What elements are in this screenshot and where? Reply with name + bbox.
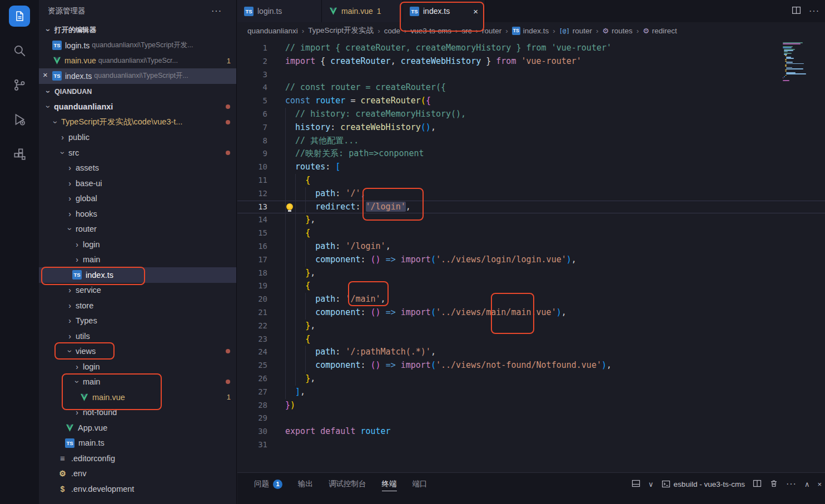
split-terminal-icon[interactable]: [753, 479, 762, 490]
close-icon[interactable]: ×: [473, 7, 478, 16]
tree-item[interactable]: ›login: [39, 359, 236, 375]
tree-item[interactable]: ›public: [39, 130, 236, 146]
explorer-icon[interactable]: [9, 6, 30, 27]
tree-item[interactable]: ›utils: [39, 328, 236, 344]
tree-item[interactable]: TSindex.ts: [39, 267, 236, 283]
code-line[interactable]: 23 {: [237, 333, 825, 346]
code-line[interactable]: 27 ],: [237, 386, 825, 399]
code-line[interactable]: 13 redirect: '/login',: [237, 201, 825, 214]
tree-item[interactable]: ›views: [39, 344, 236, 360]
panel-tab-problems[interactable]: 问题1: [254, 473, 282, 495]
code-line[interactable]: 3: [237, 68, 825, 82]
chevron-down-icon[interactable]: ∨: [648, 480, 654, 488]
sidebar-more-actions-icon[interactable]: ···: [211, 6, 222, 16]
code-line[interactable]: 21 component: () => import('../views/mai…: [237, 306, 825, 320]
tree-item[interactable]: ›service: [39, 283, 236, 298]
maximize-panel-icon[interactable]: ∧: [804, 480, 810, 488]
split-editor-icon[interactable]: [792, 6, 801, 17]
panel-tab-terminal[interactable]: 终端: [382, 473, 397, 495]
terminal-instance[interactable]: esbuild - vue3-ts-cms: [662, 480, 745, 488]
code-line[interactable]: 8 // 其他配置...: [237, 134, 825, 148]
tree-item[interactable]: ›router: [39, 222, 236, 237]
open-editor-item[interactable]: TSlogin.tsquanduanlianxi\TypeScript开发...: [39, 38, 236, 53]
tree-item[interactable]: ›TypeScript开发实战\code\vue3-t...: [39, 114, 236, 130]
code-line[interactable]: 12 path: '/',: [237, 187, 825, 201]
tree-item[interactable]: main.vue1: [39, 390, 236, 405]
code-line[interactable]: 29: [237, 412, 825, 425]
code-line[interactable]: 1// import { createRouter, createMemoryH…: [237, 42, 825, 55]
code-line[interactable]: 11 {: [237, 174, 825, 187]
tab-index.ts[interactable]: TSindex.ts×: [403, 0, 485, 22]
code-line[interactable]: 28}): [237, 399, 825, 412]
code-line[interactable]: 4// const router = createRouter({: [237, 81, 825, 94]
code-line[interactable]: 9 //映射关系: path=>conponent: [237, 147, 825, 161]
breadcrumb-item[interactable]: [@]router: [559, 27, 592, 35]
open-editors-header[interactable]: › 打开的编辑器: [39, 22, 236, 38]
panel-layout-icon[interactable]: [632, 479, 640, 490]
tree-item[interactable]: ›login: [39, 237, 236, 252]
code-line[interactable]: 19 {: [237, 280, 825, 293]
tree-item[interactable]: ›store: [39, 298, 236, 313]
source-control-icon[interactable]: [9, 74, 30, 96]
tree-item[interactable]: App.vue: [39, 420, 236, 436]
tree-item[interactable]: ›main: [39, 252, 236, 268]
extensions-icon[interactable]: [9, 143, 30, 164]
close-panel-icon[interactable]: ×: [817, 480, 822, 488]
panel-tab-debug-console[interactable]: 调试控制台: [329, 473, 366, 495]
run-debug-icon[interactable]: [9, 109, 30, 130]
breadcrumb-item[interactable]: ⚙redirect: [643, 27, 677, 35]
kill-terminal-icon[interactable]: [769, 479, 778, 490]
panel-more-actions-icon[interactable]: ···: [786, 479, 797, 489]
tree-item[interactable]: ›quanduanlianxi: [39, 99, 236, 115]
tree-item[interactable]: TSmain.ts: [39, 436, 236, 451]
code-line[interactable]: 5const router = createRouter({: [237, 94, 825, 108]
minimap[interactable]: [782, 40, 818, 84]
breadcrumb-item[interactable]: ⚙routes: [602, 27, 632, 35]
close-icon[interactable]: ×: [43, 70, 48, 79]
code-line[interactable]: 17 component: () => import('../views/log…: [237, 253, 825, 267]
code-line[interactable]: 16 path: '/login',: [237, 240, 825, 253]
code-line[interactable]: 14 },: [237, 213, 825, 227]
tree-item[interactable]: $.env.development: [39, 481, 236, 497]
panel-tab-output[interactable]: 输出: [298, 473, 313, 495]
tab-main.vue[interactable]: main.vue1: [322, 0, 403, 22]
tree-item[interactable]: ›global: [39, 191, 236, 207]
code-editor[interactable]: 1// import { createRouter, createMemoryH…: [237, 39, 825, 472]
code-line[interactable]: 7 history: createWebHistory(),: [237, 121, 825, 134]
breadcrumb-item[interactable]: vue3-ts-cms: [410, 27, 451, 35]
tree-item[interactable]: ›assets: [39, 161, 236, 176]
code-line[interactable]: 10 routes: [: [237, 161, 825, 174]
breadcrumb-item[interactable]: TSindex.ts: [512, 27, 549, 35]
code-line[interactable]: 30export default router: [237, 425, 825, 438]
breadcrumb-item[interactable]: router: [482, 27, 501, 35]
code-line[interactable]: 24 path: '/:pathMatch(.*)',: [237, 346, 825, 359]
breadcrumb-item[interactable]: code: [384, 27, 400, 35]
tree-item[interactable]: ›not-found: [39, 405, 236, 421]
code-line[interactable]: 22 },: [237, 320, 825, 333]
tree-item[interactable]: ≡.editorconfig: [39, 451, 236, 466]
breadcrumb-item[interactable]: quanduanlianxi: [247, 27, 298, 35]
tree-item[interactable]: ›src: [39, 145, 236, 161]
lightbulb-icon[interactable]: [286, 203, 293, 210]
tree-item[interactable]: ›hooks: [39, 206, 236, 222]
code-line[interactable]: 25 component: () => import('../views/not…: [237, 359, 825, 372]
tab-login.ts[interactable]: TSlogin.ts: [237, 0, 322, 22]
search-icon[interactable]: [9, 40, 30, 61]
code-line[interactable]: 26 },: [237, 372, 825, 386]
breadcrumb-item[interactable]: TypeScript开发实战: [308, 26, 374, 36]
code-line[interactable]: 6 // history: createMemoryHistory(),: [237, 108, 825, 121]
panel-tab-ports[interactable]: 端口: [412, 473, 428, 495]
tree-item[interactable]: ⚙.env: [39, 466, 236, 482]
code-line[interactable]: 18 },: [237, 267, 825, 280]
tree-item[interactable]: ›base-ui: [39, 176, 236, 191]
tree-item[interactable]: ›Types: [39, 313, 236, 329]
tree-item[interactable]: ›main: [39, 375, 236, 390]
open-editor-item[interactable]: ×TSindex.tsquanduanlianxi\TypeScript开...: [39, 68, 236, 84]
breadcrumb-item[interactable]: src: [461, 27, 471, 35]
open-editor-item[interactable]: main.vuequanduanlianxi\TypeScr...1: [39, 53, 236, 69]
editor-more-actions-icon[interactable]: ···: [809, 6, 819, 16]
code-line[interactable]: 15 {: [237, 227, 825, 240]
code-line[interactable]: 31: [237, 438, 825, 452]
code-line[interactable]: 20 path: '/main',: [237, 293, 825, 306]
workspace-header[interactable]: › QIANDUAN: [39, 84, 236, 99]
